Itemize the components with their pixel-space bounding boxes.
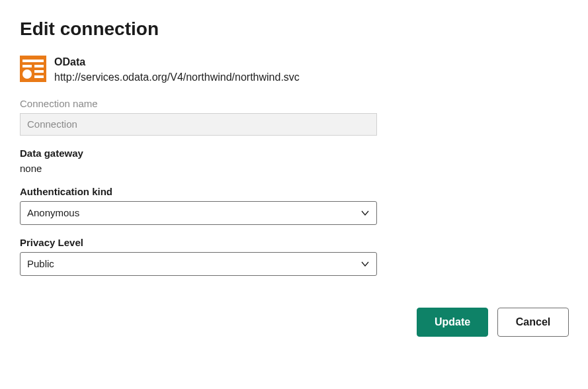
- data-gateway-value: none: [20, 163, 377, 174]
- form-area: Connection name Data gateway none Authen…: [20, 98, 377, 276]
- datasource-summary: OData http://services.odata.org/V4/north…: [20, 56, 568, 85]
- privacy-level-select[interactable]: Public: [20, 252, 377, 276]
- authentication-kind-value: Anonymous: [27, 207, 79, 218]
- chevron-down-icon: [360, 208, 370, 218]
- authentication-kind-select[interactable]: Anonymous: [20, 201, 377, 225]
- svg-rect-4: [34, 70, 44, 73]
- privacy-level-label: Privacy Level: [20, 237, 377, 248]
- connection-name-input[interactable]: [20, 113, 377, 136]
- authentication-kind-label: Authentication kind: [20, 186, 377, 197]
- svg-rect-1: [22, 60, 44, 62]
- svg-rect-3: [34, 65, 44, 67]
- privacy-level-value: Public: [27, 258, 54, 269]
- connection-name-label: Connection name: [20, 98, 377, 109]
- connection-name-group: Connection name: [20, 98, 377, 136]
- svg-rect-5: [34, 75, 44, 78]
- datasource-name: OData: [54, 56, 300, 69]
- update-button[interactable]: Update: [417, 308, 488, 337]
- data-gateway-label: Data gateway: [20, 148, 377, 159]
- data-gateway-group: Data gateway none: [20, 148, 377, 174]
- svg-point-6: [22, 69, 32, 79]
- chevron-down-icon: [360, 259, 370, 269]
- authentication-kind-group: Authentication kind Anonymous: [20, 186, 377, 225]
- cancel-button[interactable]: Cancel: [497, 308, 569, 337]
- page-title: Edit connection: [20, 19, 568, 40]
- datasource-url: http://services.odata.org/V4/northwind/n…: [54, 71, 300, 85]
- privacy-level-group: Privacy Level Public: [20, 237, 377, 276]
- datasource-info: OData http://services.odata.org/V4/north…: [54, 56, 300, 85]
- odata-icon: [20, 56, 46, 82]
- dialog-buttons: Update Cancel: [20, 308, 569, 337]
- svg-rect-2: [22, 65, 32, 67]
